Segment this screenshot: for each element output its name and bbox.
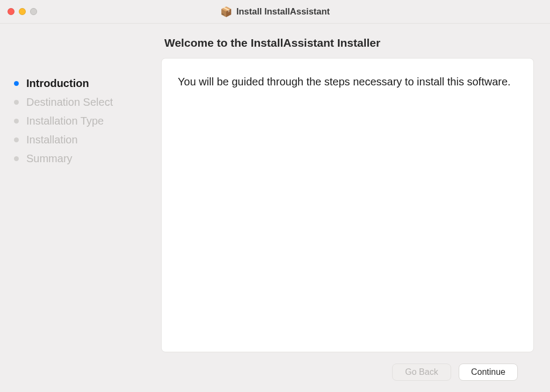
continue-button[interactable]: Continue [459,364,518,381]
step-installation-type: Installation Type [14,115,147,127]
step-label: Introduction [26,77,89,90]
step-label: Summary [26,153,73,165]
body: Introduction Destination Select Installa… [0,24,550,392]
minimize-window-icon[interactable] [19,8,26,15]
footer: Go Back Continue [161,352,534,392]
main-area: Welcome to the InstallAssistant Installe… [161,24,550,392]
step-bullet-icon [14,156,19,161]
content-panel: You will be guided through the steps nec… [161,58,534,352]
step-introduction: Introduction [14,77,147,90]
step-summary: Summary [14,153,147,165]
step-bullet-icon [14,100,19,105]
close-window-icon[interactable] [8,8,15,15]
window-title-text: Install InstallAssistant [236,6,330,17]
window-title: 📦 Install InstallAssistant [0,6,550,17]
step-bullet-icon [14,119,19,124]
zoom-window-icon [30,8,37,15]
steps-sidebar: Introduction Destination Select Installa… [0,24,161,392]
package-icon: 📦 [220,7,232,17]
step-bullet-icon [14,137,19,142]
step-destination-select: Destination Select [14,96,147,108]
step-label: Installation [26,134,78,146]
step-installation: Installation [14,134,147,146]
step-bullet-icon [14,81,19,86]
installer-window: 📦 Install InstallAssistant Introduction … [0,0,550,392]
page-heading: Welcome to the InstallAssistant Installe… [164,37,534,49]
titlebar: 📦 Install InstallAssistant [0,0,550,24]
go-back-button: Go Back [392,364,451,381]
panel-text: You will be guided through the steps nec… [178,75,511,89]
steps-list: Introduction Destination Select Installa… [14,77,147,165]
window-controls [8,8,37,15]
step-label: Installation Type [26,115,104,127]
step-label: Destination Select [26,96,113,108]
